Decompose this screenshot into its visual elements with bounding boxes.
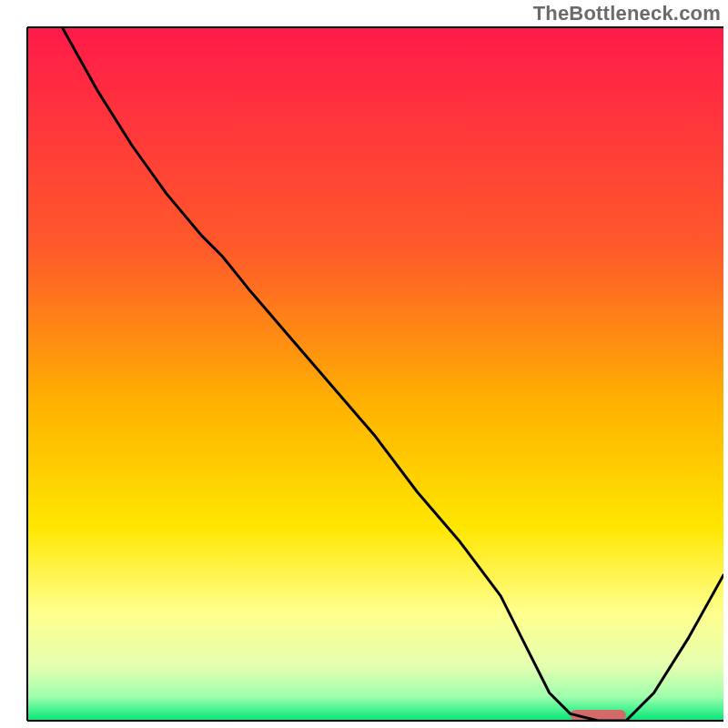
watermark-text: TheBottleneck.com (533, 2, 721, 25)
bottleneck-chart (0, 0, 728, 728)
chart-container: TheBottleneck.com (0, 0, 728, 728)
gradient-background (27, 27, 723, 721)
